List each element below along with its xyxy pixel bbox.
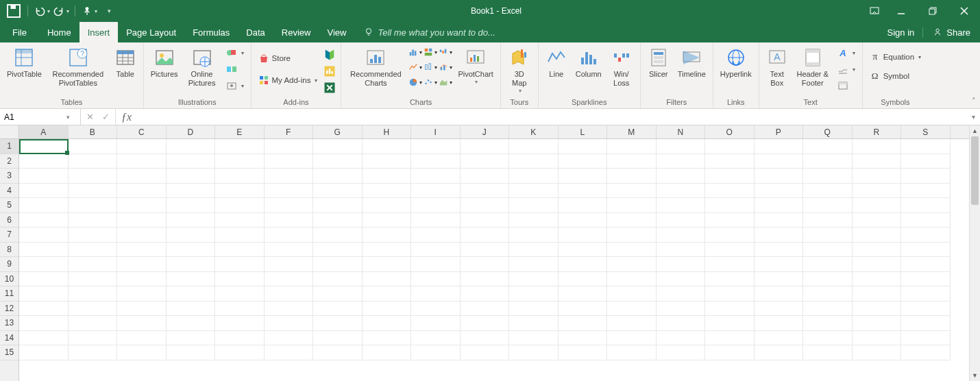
cell[interactable] <box>509 302 559 317</box>
cell[interactable] <box>755 228 804 243</box>
cell[interactable] <box>411 243 461 258</box>
cell[interactable] <box>755 169 804 184</box>
cell[interactable] <box>363 331 412 346</box>
cell[interactable] <box>313 243 363 258</box>
cell[interactable] <box>755 257 804 272</box>
cell[interactable] <box>411 331 461 346</box>
cell[interactable] <box>69 198 118 213</box>
touch-mode-icon[interactable]: ▾ <box>81 3 97 19</box>
cell[interactable] <box>69 316 118 331</box>
cell[interactable] <box>901 272 951 287</box>
cell[interactable] <box>215 345 265 360</box>
cell[interactable] <box>853 345 902 360</box>
cell[interactable] <box>657 286 706 302</box>
cell[interactable] <box>313 139 363 154</box>
table-button[interactable]: Table <box>112 45 139 80</box>
name-box-dropdown-icon[interactable]: ▾ <box>62 114 74 121</box>
cell[interactable] <box>509 257 559 272</box>
people-graph-addin-icon[interactable] <box>323 64 336 78</box>
cell[interactable] <box>363 228 412 243</box>
scroll-thumb[interactable] <box>971 136 979 205</box>
row-header[interactable]: 11 <box>0 286 19 302</box>
cell[interactable] <box>215 286 265 302</box>
cell[interactable] <box>803 213 853 228</box>
cell[interactable] <box>853 154 902 169</box>
textbox-button[interactable]: A Text Box <box>763 45 791 89</box>
recommended-pivottables-button[interactable]: ? Recommended PivotTables <box>47 45 109 89</box>
pivottable-button[interactable]: PivotTable <box>4 45 45 80</box>
cell[interactable] <box>755 316 804 331</box>
cell[interactable] <box>411 286 461 302</box>
cell[interactable] <box>901 243 951 258</box>
cell[interactable] <box>657 257 706 272</box>
cell[interactable] <box>167 345 216 360</box>
cell[interactable] <box>19 243 69 258</box>
row-header[interactable]: 9 <box>0 257 19 272</box>
cell[interactable] <box>313 198 363 213</box>
cell[interactable] <box>19 169 69 184</box>
cell[interactable] <box>363 302 412 317</box>
name-box[interactable]: ▾ <box>0 109 81 125</box>
cell[interactable] <box>607 243 657 258</box>
minimize-icon[interactable] <box>885 0 917 22</box>
select-all-corner[interactable] <box>0 125 19 139</box>
cell[interactable] <box>755 198 804 213</box>
cell[interactable] <box>853 139 902 154</box>
cell[interactable] <box>901 154 951 169</box>
column-header[interactable]: A <box>19 125 69 138</box>
cell[interactable] <box>607 198 657 213</box>
row-header[interactable]: 6 <box>0 213 19 228</box>
cell[interactable] <box>167 257 216 272</box>
cell[interactable] <box>461 316 510 331</box>
cell[interactable] <box>69 184 118 199</box>
cell[interactable] <box>215 213 265 228</box>
row-header[interactable]: 1 <box>0 139 19 154</box>
cell[interactable] <box>265 228 314 243</box>
scroll-down-icon[interactable]: ▼ <box>970 370 980 381</box>
cell[interactable] <box>705 213 755 228</box>
cell[interactable] <box>705 316 755 331</box>
cell[interactable] <box>19 345 69 360</box>
cell[interactable] <box>265 169 314 184</box>
cell[interactable] <box>411 154 461 169</box>
cell[interactable] <box>461 345 510 360</box>
cell[interactable] <box>607 316 657 331</box>
cell[interactable] <box>803 154 853 169</box>
formula-input[interactable] <box>137 112 966 122</box>
cell[interactable] <box>265 139 314 154</box>
tab-formulas[interactable]: Formulas <box>184 22 238 42</box>
cell[interactable] <box>19 213 69 228</box>
cell[interactable] <box>705 345 755 360</box>
row-header[interactable]: 12 <box>0 302 19 317</box>
cell[interactable] <box>69 331 118 346</box>
cell[interactable] <box>559 286 608 302</box>
cell[interactable] <box>167 154 216 169</box>
cell[interactable] <box>901 139 951 154</box>
cell[interactable] <box>853 257 902 272</box>
cell[interactable] <box>803 345 853 360</box>
cell[interactable] <box>167 286 216 302</box>
slicer-button[interactable]: Slicer <box>645 45 672 80</box>
cell[interactable] <box>607 286 657 302</box>
cell[interactable] <box>755 213 804 228</box>
cell[interactable] <box>215 184 265 199</box>
cell[interactable] <box>853 302 902 317</box>
cell[interactable] <box>657 272 706 287</box>
customize-qat-icon[interactable]: ▾ <box>100 3 117 19</box>
cell[interactable] <box>363 169 412 184</box>
recommended-charts-button[interactable]: Recommended Charts <box>345 45 406 89</box>
cell[interactable] <box>705 257 755 272</box>
tab-file[interactable]: File <box>0 22 39 42</box>
ribbon-display-options-icon[interactable] <box>863 0 885 22</box>
cell[interactable] <box>265 331 314 346</box>
cell[interactable] <box>755 184 804 199</box>
cell[interactable] <box>265 198 314 213</box>
hierarchy-chart-icon[interactable]: ▾ <box>424 45 437 59</box>
cell[interactable] <box>657 243 706 258</box>
cell[interactable] <box>411 228 461 243</box>
cell[interactable] <box>313 345 363 360</box>
cell[interactable] <box>803 272 853 287</box>
cell[interactable] <box>461 257 510 272</box>
cell[interactable] <box>853 228 902 243</box>
cell[interactable] <box>657 154 706 169</box>
